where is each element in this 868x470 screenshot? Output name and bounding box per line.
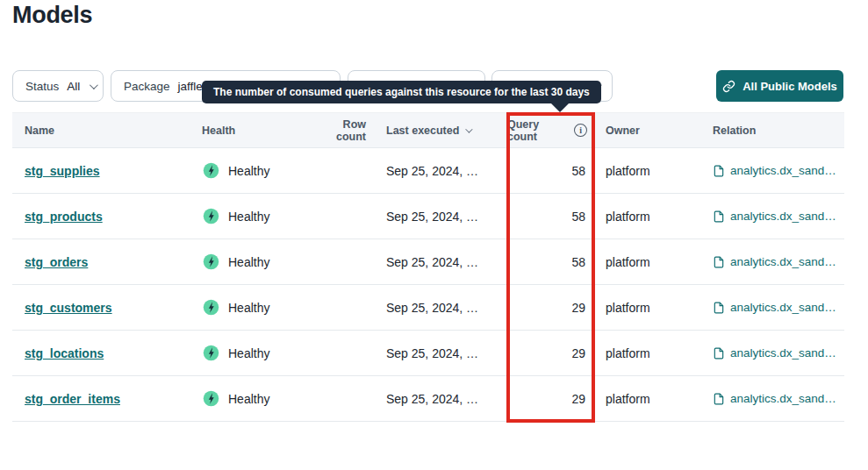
relation-link[interactable]: analytics.dx_sand… xyxy=(730,301,836,314)
last-executed-header-label: Last executed xyxy=(386,125,459,137)
last-executed-cell: Sep 25, 2024, … xyxy=(375,255,507,269)
column-header-row-count: Row count xyxy=(319,118,375,143)
relation-link[interactable]: analytics.dx_sand… xyxy=(730,164,836,177)
table-row: stg_supplies Healthy Sep 25, 2024, … 58 … xyxy=(12,148,844,194)
query-count-cell: 58 xyxy=(507,255,594,269)
chevron-down-icon xyxy=(90,81,98,89)
column-header-owner: Owner xyxy=(594,125,713,137)
document-icon xyxy=(713,210,725,223)
info-icon[interactable]: i xyxy=(574,124,587,137)
last-executed-cell: Sep 25, 2024, … xyxy=(375,392,507,406)
query-count-tooltip: The number of consumed queries against t… xyxy=(202,81,601,103)
column-header-query-count: Query count i xyxy=(507,118,594,143)
owner-cell: platform xyxy=(594,301,713,315)
query-count-cell: 29 xyxy=(507,392,594,406)
relation-link[interactable]: analytics.dx_sand… xyxy=(730,255,836,268)
health-label: Healthy xyxy=(228,392,269,406)
health-bolt-icon xyxy=(202,344,220,362)
models-page: Models Status All Package jaffle_ All Pu… xyxy=(0,0,868,470)
query-count-cell: 58 xyxy=(507,210,594,224)
model-link[interactable]: stg_order_items xyxy=(25,392,120,406)
health-bolt-icon xyxy=(202,161,220,180)
health-label: Healthy xyxy=(228,210,269,224)
status-filter-dropdown[interactable]: Status All xyxy=(12,70,104,102)
tooltip-caret xyxy=(550,103,570,112)
table-header-row: Name Health Row count Last executed Quer… xyxy=(12,112,844,148)
query-count-header-label: Query count xyxy=(507,118,570,143)
all-public-models-label: All Public Models xyxy=(742,80,837,93)
relation-link[interactable]: analytics.dx_sand… xyxy=(730,346,836,360)
health-label: Healthy xyxy=(228,164,269,178)
owner-cell: platform xyxy=(594,392,713,406)
health-label: Healthy xyxy=(228,255,269,269)
last-executed-cell: Sep 25, 2024, … xyxy=(375,210,507,224)
models-table: Name Health Row count Last executed Quer… xyxy=(12,112,844,422)
document-icon xyxy=(713,347,725,360)
health-bolt-icon xyxy=(202,207,220,225)
owner-cell: platform xyxy=(594,210,713,224)
last-executed-cell: Sep 25, 2024, … xyxy=(375,164,507,178)
model-link[interactable]: stg_locations xyxy=(25,346,104,360)
table-row: stg_products Healthy Sep 25, 2024, … 58 … xyxy=(12,194,844,239)
table-row: stg_locations Healthy Sep 25, 2024, … 29… xyxy=(12,331,844,376)
column-header-relation: Relation xyxy=(713,125,844,137)
column-header-last-executed[interactable]: Last executed xyxy=(375,125,507,137)
package-filter-label: Package xyxy=(124,80,170,93)
query-count-cell: 29 xyxy=(507,346,594,360)
table-row: stg_customers Healthy Sep 25, 2024, … 29… xyxy=(12,285,844,331)
owner-cell: platform xyxy=(594,346,713,360)
owner-cell: platform xyxy=(594,164,713,178)
query-count-cell: 58 xyxy=(507,164,594,178)
model-link[interactable]: stg_supplies xyxy=(25,164,100,178)
column-header-health: Health xyxy=(202,125,319,137)
document-icon xyxy=(713,302,725,314)
relation-link[interactable]: analytics.dx_sand… xyxy=(730,392,836,405)
link-icon xyxy=(722,80,735,93)
status-filter-value: All xyxy=(67,80,80,93)
table-row: stg_order_items Healthy Sep 25, 2024, … … xyxy=(12,376,844,422)
query-count-cell: 29 xyxy=(507,301,594,315)
health-bolt-icon xyxy=(202,253,220,271)
relation-link[interactable]: analytics.dx_sand… xyxy=(730,210,836,223)
owner-cell: platform xyxy=(594,255,713,269)
model-link[interactable]: stg_products xyxy=(25,210,103,224)
health-bolt-icon xyxy=(202,389,220,408)
health-label: Healthy xyxy=(228,301,269,315)
model-link[interactable]: stg_customers xyxy=(25,301,112,315)
document-icon xyxy=(713,165,725,177)
last-executed-cell: Sep 25, 2024, … xyxy=(375,301,507,315)
document-icon xyxy=(713,393,725,405)
status-filter-label: Status xyxy=(25,80,59,93)
last-executed-cell: Sep 25, 2024, … xyxy=(375,346,507,360)
model-link[interactable]: stg_orders xyxy=(25,255,88,269)
column-header-name: Name xyxy=(12,125,202,137)
health-label: Healthy xyxy=(228,346,269,360)
health-bolt-icon xyxy=(202,298,220,317)
table-row: stg_orders Healthy Sep 25, 2024, … 58 pl… xyxy=(12,239,844,285)
chevron-down-icon xyxy=(466,125,473,132)
all-public-models-button[interactable]: All Public Models xyxy=(716,70,843,102)
page-title: Models xyxy=(12,2,92,29)
document-icon xyxy=(713,256,725,268)
